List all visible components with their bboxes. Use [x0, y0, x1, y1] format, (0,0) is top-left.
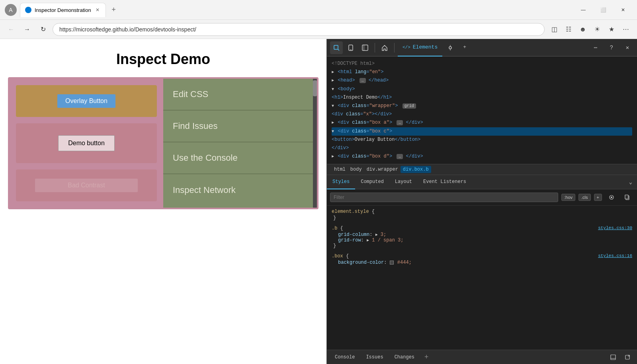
expand-grid-row[interactable]: ►	[367, 238, 369, 243]
html-line-box-a[interactable]: ► <div class="box a"> … </div>	[332, 119, 632, 127]
bad-contrast-button[interactable]: Bad Contrast	[35, 179, 138, 192]
tab-styles[interactable]: Styles	[327, 175, 355, 189]
menu-item-network[interactable]: Inspect Network	[163, 174, 313, 206]
pseudo-hover-button[interactable]: :hov	[561, 194, 575, 201]
menu-item-find-issues[interactable]: Find Issues	[163, 111, 313, 142]
expand-body-arrow[interactable]: ▼	[332, 87, 334, 91]
menu-item-console[interactable]: Use the Console	[163, 142, 313, 174]
style-settings-icon[interactable]	[605, 191, 618, 204]
breadcrumb-wrapper[interactable]: div.wrapper	[364, 166, 401, 173]
dock-side-icon[interactable]	[607, 351, 619, 364]
html-line-close-div[interactable]: </div>	[332, 144, 632, 152]
tab-event-listeners[interactable]: Event Listeners	[418, 175, 472, 189]
html-line-body[interactable]: ▼ <body>	[332, 85, 632, 93]
breadcrumb-bar: html body div.wrapper div.box.b	[327, 164, 637, 175]
css-prop-grid-row: grid-row: ► 1 / span 3;	[332, 237, 632, 243]
css-rule-element-style: element.style { }	[332, 209, 632, 221]
head-badge: …	[360, 78, 366, 83]
expand-wrapper-arrow[interactable]: ▼	[332, 104, 334, 108]
wrapper-grid-badge: grid	[403, 103, 416, 109]
active-tab[interactable]: Inspector Demonstration ✕	[20, 3, 106, 17]
minimize-button[interactable]: —	[574, 4, 592, 16]
device-emulation-icon[interactable]	[344, 41, 357, 54]
styles-filter-input[interactable]	[330, 193, 558, 202]
more-options-icon[interactable]: ⋯	[589, 41, 602, 54]
expand-box-a-arrow[interactable]: ►	[332, 121, 334, 125]
styles-more-icon[interactable]: ⌄	[624, 176, 637, 189]
pseudo-cls-button[interactable]: .cls	[578, 194, 591, 201]
detach-icon[interactable]	[621, 351, 634, 364]
overlay-button[interactable]: Overlay Button	[57, 94, 115, 108]
html-tree: <!DOCTYPE html> ► <html lang="en"> ► <he…	[327, 56, 637, 164]
svg-line-1	[338, 49, 339, 51]
html-line-button[interactable]: <button>Overlay Button</button>	[332, 136, 632, 144]
css-selector-element[interactable]: element.style	[332, 209, 369, 214]
css-selector-b[interactable]: .b	[332, 226, 337, 231]
bottom-tab-actions	[607, 351, 634, 364]
split-screen-icon[interactable]: ◫	[548, 23, 561, 36]
wallet-icon[interactable]: ☻	[576, 23, 589, 36]
css-link-b[interactable]: styles.css:30	[598, 226, 632, 230]
add-tab-button[interactable]: +	[458, 39, 471, 56]
html-line-wrapper[interactable]: ▼ <div class="wrapper"> grid	[332, 102, 632, 110]
close-button[interactable]: ✕	[614, 4, 632, 16]
home-icon[interactable]	[378, 41, 391, 54]
tab-computed[interactable]: Computed	[355, 175, 389, 189]
expand-box-d-arrow[interactable]: ►	[332, 154, 334, 159]
demo-button[interactable]: Demo button	[58, 135, 115, 151]
maximize-button[interactable]: ⬜	[594, 4, 612, 16]
settings-icon[interactable]: ⋯	[619, 23, 632, 36]
breadcrumb-body[interactable]: body	[348, 166, 364, 173]
inspect-element-icon[interactable]	[330, 41, 343, 54]
new-tab-button[interactable]: +	[107, 4, 120, 16]
expand-grid-column[interactable]: ►	[375, 233, 378, 237]
breadcrumb-html[interactable]: html	[332, 166, 348, 173]
box-bad-contrast: Bad Contrast	[16, 169, 157, 201]
add-style-button[interactable]: +	[594, 194, 602, 201]
menu-item-edit-css[interactable]: Edit CSS	[163, 79, 313, 111]
console-tab[interactable]: Console	[330, 352, 360, 362]
devtools-panel: </> Elements + ⋯ ? ✕ <!DOCTYPE html>	[326, 39, 637, 364]
html-line-html[interactable]: ► <html lang="en">	[332, 68, 632, 76]
html-line-box-d[interactable]: ► <div class="box d"> … </div>	[332, 152, 632, 161]
expand-head-arrow[interactable]: ►	[332, 78, 334, 83]
profile-icon[interactable]: A	[5, 4, 17, 16]
expand-box-c-arrow[interactable]: ▼	[332, 129, 334, 134]
refresh-button[interactable]: ↻	[37, 23, 49, 36]
collections-icon[interactable]: ☷	[562, 23, 575, 36]
changes-tab[interactable]: Changes	[390, 352, 419, 362]
color-swatch[interactable]	[390, 261, 394, 265]
tab-close-button[interactable]: ✕	[94, 7, 101, 13]
add-panel-button[interactable]: +	[421, 352, 432, 363]
svg-rect-13	[611, 355, 616, 360]
tab-layout[interactable]: Layout	[389, 175, 418, 189]
css-rule-b: .b { styles.css:30 grid-column: ► 3; gri…	[332, 226, 632, 249]
html-line-div-x[interactable]: <div class="x"></div>	[332, 110, 632, 119]
network-tab-icon[interactable]	[444, 41, 457, 54]
style-copy-icon[interactable]	[621, 191, 634, 204]
html-line-h1[interactable]: <h1>Inspect Demo</h1>	[332, 93, 632, 102]
close-devtools-icon[interactable]: ✕	[621, 41, 634, 54]
help-icon[interactable]: ?	[605, 41, 618, 54]
css-selector-box[interactable]: .box	[332, 253, 343, 259]
favorites-icon[interactable]: ★	[605, 23, 618, 36]
forward-button[interactable]: →	[21, 23, 33, 36]
box-right: Edit CSS Find Issues Use the Console Ins…	[163, 79, 313, 208]
svg-point-10	[611, 197, 612, 198]
html-line-head[interactable]: ► <head> … </head>	[332, 76, 632, 85]
scrollbar-thumb[interactable]	[313, 80, 317, 96]
issues-tab[interactable]: Issues	[361, 352, 388, 362]
expand-html-arrow[interactable]: ►	[332, 70, 334, 74]
back-button[interactable]: ←	[5, 23, 18, 36]
styles-content: element.style { } .b { styles.css:30	[327, 206, 637, 350]
elements-tab[interactable]: </> Elements	[398, 39, 442, 56]
read-aloud-icon[interactable]: ☀	[591, 23, 604, 36]
toggle-sidebar-icon[interactable]	[359, 41, 371, 54]
breadcrumb-box-b[interactable]: div.box.b	[401, 166, 431, 173]
address-input[interactable]	[53, 23, 545, 36]
box-a-badge: …	[397, 120, 403, 125]
svg-rect-0	[334, 45, 338, 49]
html-line-box-c[interactable]: ▼ <div class="box c">	[332, 127, 632, 136]
css-link-box[interactable]: styles.css:16	[598, 253, 632, 258]
scrollbar[interactable]	[313, 79, 317, 208]
